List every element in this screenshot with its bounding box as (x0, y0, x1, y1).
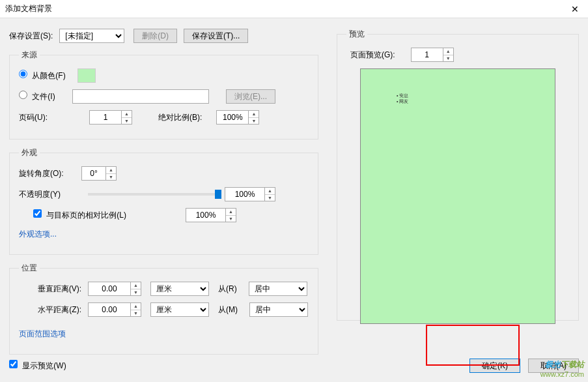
window-titlebar: 添加文档背景 ✕ (0, 0, 588, 18)
slider-thumb-icon[interactable] (215, 190, 221, 199)
hdist-spinner[interactable]: ▲▼ (88, 302, 141, 317)
from-r-label: 从(R) (218, 284, 237, 295)
preview-legend: 预览 (346, 29, 367, 40)
source-group: 来源 从颜色(F) 文件(I) 浏览(E)... 页码(U): (9, 50, 318, 140)
save-settings-label: 保存设置(S): (9, 31, 53, 42)
page-spinner[interactable]: ▲▼ (89, 110, 132, 125)
file-path-input[interactable] (72, 89, 209, 104)
appearance-group: 外观 旋转角度(O): ▲▼ 不透明度(Y) ▲▼ (9, 147, 318, 255)
rotation-spinner[interactable]: ▲▼ (81, 166, 117, 181)
save-settings-row: 保存设置(S): [未指定] 删除(D) 保存设置(T)... (9, 29, 318, 43)
ok-button[interactable]: 确定(K) (469, 359, 520, 373)
from-color-radio[interactable]: 从颜色(F) (19, 70, 66, 81)
page-label: 页码(U): (19, 112, 68, 123)
show-preview-checkbox[interactable]: 显示预览(W) (9, 360, 66, 372)
file-radio[interactable]: 文件(I) (19, 91, 68, 102)
page-preview-spinner[interactable]: ▲▼ (411, 48, 454, 62)
appearance-legend: 外观 (19, 147, 40, 158)
save-settings-button[interactable]: 保存设置(T)... (184, 29, 248, 43)
browse-button: 浏览(E)... (226, 89, 275, 104)
relative-scale-checkbox[interactable]: 与目标页的相对比例(L) (19, 209, 149, 221)
up-arrow-icon: ▲ (122, 111, 132, 118)
appearance-options-link[interactable]: 外观选项... (19, 229, 57, 240)
cancel-button[interactable]: 取消(A) (528, 359, 579, 373)
vdist-spinner[interactable]: ▲▼ (88, 282, 141, 296)
opacity-label: 不透明度(Y) (19, 189, 75, 200)
from-m-label: 从(M) (218, 304, 238, 316)
dialog-content: 保存设置(S): [未指定] 删除(D) 保存设置(T)... 来源 从颜色(F… (0, 18, 588, 382)
preview-page: 安息 网友 (360, 68, 555, 324)
relative-scale-spinner[interactable]: ▲▼ (186, 208, 236, 222)
save-settings-combo[interactable]: [未指定] (59, 29, 124, 43)
vdist-unit-combo[interactable]: 厘米 (150, 282, 209, 296)
delete-button: 删除(D) (133, 29, 177, 43)
preview-group: 预览 页面预览(G): ▲▼ 安息 网友 (337, 29, 579, 321)
hdist-unit-combo[interactable]: 厘米 (150, 302, 209, 317)
footer: 显示预览(W) 确定(K) 取消(A) (9, 359, 579, 373)
down-arrow-icon: ▼ (122, 118, 132, 125)
preview-text-line2: 网友 (397, 98, 408, 104)
opacity-slider[interactable] (88, 193, 218, 196)
rotation-label: 旋转角度(O): (19, 168, 75, 179)
abs-scale-label: 绝对比例(B): (158, 112, 202, 123)
position-group: 位置 垂直距离(V): ▲▼ 厘米 从(R) 居中 水平距离(Z): ▲▼ (9, 263, 318, 355)
close-icon[interactable]: ✕ (567, 3, 583, 16)
page-preview-label: 页面预览(G): (350, 50, 395, 61)
vdist-label: 垂直距离(V): (19, 284, 81, 295)
hdist-label: 水平距离(Z): (19, 304, 81, 316)
halign-combo[interactable]: 居中 (249, 302, 308, 317)
abs-scale-spinner[interactable]: ▲▼ (216, 110, 259, 125)
opacity-spinner[interactable]: ▲▼ (225, 187, 275, 201)
window-title: 添加文档背景 (5, 3, 567, 14)
page-range-link[interactable]: 页面范围选项 (19, 329, 66, 340)
valign-combo[interactable]: 居中 (249, 282, 307, 296)
preview-text-line1: 安息 (397, 93, 408, 98)
color-swatch[interactable] (77, 68, 96, 83)
source-legend: 来源 (19, 50, 40, 61)
position-legend: 位置 (19, 263, 40, 274)
